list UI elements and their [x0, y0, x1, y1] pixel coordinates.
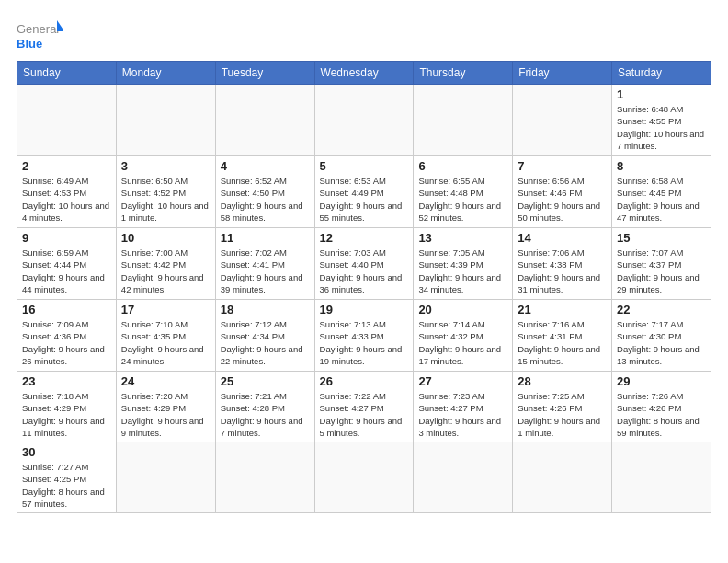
- day-number: 30: [22, 445, 111, 459]
- calendar-table: Sunday Monday Tuesday Wednesday Thursday…: [17, 61, 711, 513]
- day-number: 21: [518, 303, 607, 316]
- calendar-cell: 22Sunrise: 7:17 AM Sunset: 4:30 PM Dayli…: [612, 300, 711, 372]
- col-wednesday: Wednesday: [314, 62, 414, 85]
- calendar-cell: 10Sunrise: 7:00 AM Sunset: 4:42 PM Dayli…: [116, 228, 215, 300]
- calendar-cell: [215, 442, 314, 513]
- day-info: Sunrise: 6:59 AM Sunset: 4:44 PM Dayligh…: [22, 247, 111, 295]
- calendar-cell: 11Sunrise: 7:02 AM Sunset: 4:41 PM Dayli…: [215, 228, 314, 300]
- calendar-cell: [414, 442, 513, 513]
- day-info: Sunrise: 7:17 AM Sunset: 4:30 PM Dayligh…: [617, 318, 706, 367]
- day-number: 6: [418, 159, 507, 173]
- day-number: 24: [121, 374, 210, 388]
- calendar-cell: 14Sunrise: 7:06 AM Sunset: 4:38 PM Dayli…: [513, 228, 612, 300]
- col-monday: Monday: [116, 62, 215, 85]
- calendar-body: 1Sunrise: 6:48 AM Sunset: 4:55 PM Daylig…: [17, 85, 711, 513]
- day-info: Sunrise: 7:06 AM Sunset: 4:38 PM Dayligh…: [518, 247, 607, 295]
- calendar-cell: [116, 442, 215, 513]
- calendar-cell: 28Sunrise: 7:25 AM Sunset: 4:26 PM Dayli…: [513, 372, 612, 442]
- calendar-cell: 7Sunrise: 6:56 AM Sunset: 4:46 PM Daylig…: [513, 156, 612, 228]
- day-info: Sunrise: 7:05 AM Sunset: 4:39 PM Dayligh…: [418, 247, 507, 295]
- day-info: Sunrise: 6:50 AM Sunset: 4:52 PM Dayligh…: [121, 175, 210, 224]
- calendar-cell: 15Sunrise: 7:07 AM Sunset: 4:37 PM Dayli…: [612, 228, 711, 300]
- calendar-cell: 21Sunrise: 7:16 AM Sunset: 4:31 PM Dayli…: [513, 300, 612, 372]
- day-number: 2: [22, 159, 111, 173]
- col-sunday: Sunday: [17, 62, 117, 85]
- day-number: 25: [221, 374, 310, 388]
- svg-marker-2: [57, 20, 63, 31]
- day-info: Sunrise: 7:18 AM Sunset: 4:29 PM Dayligh…: [22, 390, 111, 439]
- calendar-cell: 19Sunrise: 7:13 AM Sunset: 4:33 PM Dayli…: [314, 300, 414, 372]
- calendar-cell: 16Sunrise: 7:09 AM Sunset: 4:36 PM Dayli…: [17, 300, 117, 372]
- day-number: 16: [22, 303, 111, 316]
- col-tuesday: Tuesday: [215, 62, 314, 85]
- calendar-cell: 5Sunrise: 6:53 AM Sunset: 4:49 PM Daylig…: [314, 156, 414, 228]
- calendar-cell: [612, 442, 711, 513]
- day-info: Sunrise: 6:55 AM Sunset: 4:48 PM Dayligh…: [418, 175, 507, 224]
- day-number: 10: [121, 231, 210, 245]
- calendar-cell: 1Sunrise: 6:48 AM Sunset: 4:55 PM Daylig…: [612, 85, 711, 156]
- day-number: 29: [617, 374, 706, 388]
- calendar-cell: [314, 85, 414, 156]
- day-info: Sunrise: 7:03 AM Sunset: 4:40 PM Dayligh…: [320, 247, 409, 295]
- day-info: Sunrise: 7:22 AM Sunset: 4:27 PM Dayligh…: [320, 390, 409, 439]
- day-number: 9: [22, 231, 111, 245]
- day-info: Sunrise: 6:49 AM Sunset: 4:53 PM Dayligh…: [22, 175, 111, 224]
- day-number: 23: [22, 374, 111, 388]
- svg-text:General: General: [17, 22, 59, 36]
- logo-svg: General Blue: [17, 17, 63, 53]
- calendar-cell: 6Sunrise: 6:55 AM Sunset: 4:48 PM Daylig…: [414, 156, 513, 228]
- calendar-cell: 18Sunrise: 7:12 AM Sunset: 4:34 PM Dayli…: [215, 300, 314, 372]
- calendar-header: Sunday Monday Tuesday Wednesday Thursday…: [17, 62, 711, 85]
- calendar-cell: 17Sunrise: 7:10 AM Sunset: 4:35 PM Dayli…: [116, 300, 215, 372]
- day-number: 5: [320, 159, 409, 173]
- day-number: 8: [617, 159, 706, 173]
- day-info: Sunrise: 7:10 AM Sunset: 4:35 PM Dayligh…: [121, 318, 210, 367]
- day-info: Sunrise: 7:02 AM Sunset: 4:41 PM Dayligh…: [221, 247, 310, 295]
- day-info: Sunrise: 7:14 AM Sunset: 4:32 PM Dayligh…: [418, 318, 507, 367]
- calendar-cell: 13Sunrise: 7:05 AM Sunset: 4:39 PM Dayli…: [414, 228, 513, 300]
- day-info: Sunrise: 7:21 AM Sunset: 4:28 PM Dayligh…: [221, 390, 310, 439]
- logo: General Blue: [17, 17, 63, 53]
- calendar-cell: [513, 442, 612, 513]
- calendar-cell: [513, 85, 612, 156]
- day-number: 13: [418, 231, 507, 245]
- day-info: Sunrise: 7:09 AM Sunset: 4:36 PM Dayligh…: [22, 318, 111, 367]
- calendar-cell: 3Sunrise: 6:50 AM Sunset: 4:52 PM Daylig…: [116, 156, 215, 228]
- calendar-cell: [215, 85, 314, 156]
- day-number: 18: [221, 303, 310, 316]
- day-info: Sunrise: 7:20 AM Sunset: 4:29 PM Dayligh…: [121, 390, 210, 439]
- day-number: 12: [320, 231, 409, 245]
- day-info: Sunrise: 7:13 AM Sunset: 4:33 PM Dayligh…: [320, 318, 409, 367]
- day-info: Sunrise: 7:25 AM Sunset: 4:26 PM Dayligh…: [518, 390, 607, 439]
- calendar-cell: 8Sunrise: 6:58 AM Sunset: 4:45 PM Daylig…: [612, 156, 711, 228]
- calendar-cell: 12Sunrise: 7:03 AM Sunset: 4:40 PM Dayli…: [314, 228, 414, 300]
- col-saturday: Saturday: [612, 62, 711, 85]
- day-number: 22: [617, 303, 706, 316]
- day-info: Sunrise: 6:53 AM Sunset: 4:49 PM Dayligh…: [320, 175, 409, 224]
- day-info: Sunrise: 7:27 AM Sunset: 4:25 PM Dayligh…: [22, 461, 111, 510]
- day-info: Sunrise: 6:48 AM Sunset: 4:55 PM Dayligh…: [617, 103, 706, 152]
- calendar-cell: 4Sunrise: 6:52 AM Sunset: 4:50 PM Daylig…: [215, 156, 314, 228]
- day-info: Sunrise: 6:56 AM Sunset: 4:46 PM Dayligh…: [518, 175, 607, 224]
- calendar-cell: 27Sunrise: 7:23 AM Sunset: 4:27 PM Dayli…: [414, 372, 513, 442]
- day-number: 14: [518, 231, 607, 245]
- day-info: Sunrise: 6:58 AM Sunset: 4:45 PM Dayligh…: [617, 175, 706, 224]
- col-thursday: Thursday: [414, 62, 513, 85]
- day-number: 1: [617, 87, 706, 101]
- day-number: 11: [221, 231, 310, 245]
- svg-text:Blue: Blue: [17, 37, 42, 51]
- day-info: Sunrise: 7:12 AM Sunset: 4:34 PM Dayligh…: [221, 318, 310, 367]
- calendar-cell: 30Sunrise: 7:27 AM Sunset: 4:25 PM Dayli…: [17, 442, 117, 513]
- day-number: 27: [418, 374, 507, 388]
- day-number: 3: [121, 159, 210, 173]
- day-info: Sunrise: 6:52 AM Sunset: 4:50 PM Dayligh…: [221, 175, 310, 224]
- day-info: Sunrise: 7:00 AM Sunset: 4:42 PM Dayligh…: [121, 247, 210, 295]
- day-number: 20: [418, 303, 507, 316]
- day-number: 28: [518, 374, 607, 388]
- day-number: 7: [518, 159, 607, 173]
- day-number: 17: [121, 303, 210, 316]
- col-friday: Friday: [513, 62, 612, 85]
- day-number: 15: [617, 231, 706, 245]
- calendar-cell: 20Sunrise: 7:14 AM Sunset: 4:32 PM Dayli…: [414, 300, 513, 372]
- calendar-cell: [314, 442, 414, 513]
